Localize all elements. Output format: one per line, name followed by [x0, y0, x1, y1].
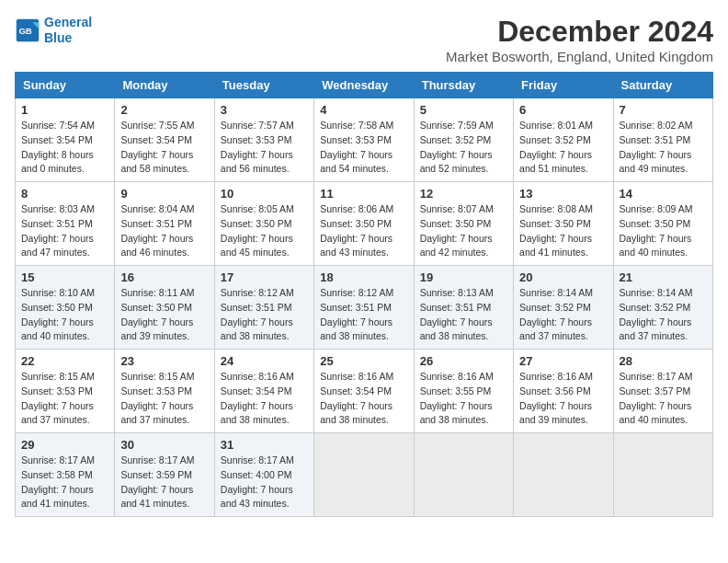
calendar-cell: 1Sunrise: 7:54 AMSunset: 3:54 PMDaylight…	[16, 98, 115, 182]
calendar-cell: 18Sunrise: 8:12 AMSunset: 3:51 PMDayligh…	[314, 266, 414, 350]
day-number: 13	[519, 187, 607, 201]
calendar-cell: 9Sunrise: 8:04 AMSunset: 3:51 PMDaylight…	[115, 182, 214, 266]
title-block: December 2024 Market Bosworth, England, …	[446, 15, 713, 64]
weekday-header-sunday: Sunday	[16, 73, 115, 98]
calendar-cell	[514, 433, 613, 517]
logo-icon: GB	[15, 17, 40, 43]
day-number: 11	[320, 187, 407, 201]
svg-text:GB: GB	[18, 25, 31, 35]
day-number: 29	[21, 438, 108, 452]
calendar-cell: 29Sunrise: 8:17 AMSunset: 3:58 PMDayligh…	[16, 433, 115, 517]
logo-text-line2: Blue	[44, 30, 92, 46]
weekday-header-friday: Friday	[514, 73, 613, 98]
day-info: Sunrise: 8:16 AMSunset: 3:54 PMDaylight:…	[221, 370, 308, 428]
calendar-cell: 15Sunrise: 8:10 AMSunset: 3:50 PMDayligh…	[16, 266, 115, 350]
day-info: Sunrise: 7:54 AMSunset: 3:54 PMDaylight:…	[21, 119, 108, 177]
day-info: Sunrise: 8:01 AMSunset: 3:52 PMDaylight:…	[519, 119, 607, 177]
calendar-week-row: 22Sunrise: 8:15 AMSunset: 3:53 PMDayligh…	[16, 350, 713, 433]
calendar-cell: 14Sunrise: 8:09 AMSunset: 3:50 PMDayligh…	[613, 182, 712, 266]
day-info: Sunrise: 7:58 AMSunset: 3:53 PMDaylight:…	[320, 119, 407, 177]
calendar-cell: 26Sunrise: 8:16 AMSunset: 3:55 PMDayligh…	[414, 350, 513, 433]
day-number: 19	[420, 270, 507, 284]
day-info: Sunrise: 8:17 AMSunset: 3:59 PMDaylight:…	[120, 454, 208, 511]
weekday-header-monday: Monday	[115, 73, 214, 98]
day-number: 12	[420, 187, 507, 201]
calendar-cell: 7Sunrise: 8:02 AMSunset: 3:51 PMDaylight…	[613, 98, 712, 182]
day-info: Sunrise: 8:15 AMSunset: 3:53 PMDaylight:…	[120, 370, 208, 428]
calendar-cell: 2Sunrise: 7:55 AMSunset: 3:54 PMDaylight…	[115, 98, 214, 182]
day-info: Sunrise: 8:17 AMSunset: 3:57 PMDaylight:…	[620, 370, 707, 428]
day-info: Sunrise: 7:57 AMSunset: 3:53 PMDaylight:…	[221, 119, 308, 177]
day-info: Sunrise: 8:10 AMSunset: 3:50 PMDaylight:…	[21, 286, 108, 344]
calendar-week-row: 15Sunrise: 8:10 AMSunset: 3:50 PMDayligh…	[16, 266, 713, 350]
day-info: Sunrise: 8:13 AMSunset: 3:51 PMDaylight:…	[420, 286, 507, 344]
day-info: Sunrise: 8:14 AMSunset: 3:52 PMDaylight:…	[519, 286, 607, 344]
calendar-cell: 20Sunrise: 8:14 AMSunset: 3:52 PMDayligh…	[514, 266, 613, 350]
day-info: Sunrise: 8:06 AMSunset: 3:50 PMDaylight:…	[320, 202, 407, 260]
calendar-cell: 28Sunrise: 8:17 AMSunset: 3:57 PMDayligh…	[613, 350, 712, 433]
calendar-cell: 19Sunrise: 8:13 AMSunset: 3:51 PMDayligh…	[414, 266, 513, 350]
day-info: Sunrise: 8:16 AMSunset: 3:56 PMDaylight:…	[519, 370, 607, 428]
weekday-header-thursday: Thursday	[414, 73, 513, 98]
day-number: 28	[620, 354, 707, 368]
day-number: 24	[221, 354, 308, 368]
calendar-cell: 8Sunrise: 8:03 AMSunset: 3:51 PMDaylight…	[16, 182, 115, 266]
calendar-cell: 13Sunrise: 8:08 AMSunset: 3:50 PMDayligh…	[514, 182, 613, 266]
day-info: Sunrise: 8:04 AMSunset: 3:51 PMDaylight:…	[120, 202, 208, 260]
day-info: Sunrise: 8:08 AMSunset: 3:50 PMDaylight:…	[519, 202, 607, 260]
day-info: Sunrise: 8:16 AMSunset: 3:54 PMDaylight:…	[320, 370, 407, 428]
day-number: 9	[120, 187, 208, 201]
day-number: 5	[420, 103, 507, 117]
calendar-cell: 22Sunrise: 8:15 AMSunset: 3:53 PMDayligh…	[16, 350, 115, 433]
day-number: 21	[620, 270, 707, 284]
calendar-cell: 17Sunrise: 8:12 AMSunset: 3:51 PMDayligh…	[214, 266, 313, 350]
day-info: Sunrise: 8:17 AMSunset: 3:58 PMDaylight:…	[21, 454, 108, 511]
day-number: 14	[620, 187, 707, 201]
page-header: GB General Blue December 2024 Market Bos…	[15, 15, 713, 64]
calendar-cell: 23Sunrise: 8:15 AMSunset: 3:53 PMDayligh…	[115, 350, 214, 433]
calendar-cell: 30Sunrise: 8:17 AMSunset: 3:59 PMDayligh…	[115, 433, 214, 517]
day-number: 7	[620, 103, 707, 117]
day-info: Sunrise: 8:09 AMSunset: 3:50 PMDaylight:…	[620, 202, 707, 260]
calendar-cell: 31Sunrise: 8:17 AMSunset: 4:00 PMDayligh…	[214, 433, 313, 517]
day-number: 3	[221, 103, 308, 117]
month-title: December 2024	[446, 15, 713, 49]
day-info: Sunrise: 8:03 AMSunset: 3:51 PMDaylight:…	[21, 202, 108, 260]
day-number: 26	[420, 354, 507, 368]
day-number: 10	[221, 187, 308, 201]
day-info: Sunrise: 8:15 AMSunset: 3:53 PMDaylight:…	[21, 370, 108, 428]
calendar-cell: 4Sunrise: 7:58 AMSunset: 3:53 PMDaylight…	[314, 98, 414, 182]
day-number: 4	[320, 103, 407, 117]
day-info: Sunrise: 7:59 AMSunset: 3:52 PMDaylight:…	[420, 119, 507, 177]
calendar-cell	[414, 433, 513, 517]
day-number: 23	[120, 354, 208, 368]
calendar-cell	[314, 433, 414, 517]
day-number: 18	[320, 270, 407, 284]
day-info: Sunrise: 7:55 AMSunset: 3:54 PMDaylight:…	[120, 119, 208, 177]
calendar-cell: 3Sunrise: 7:57 AMSunset: 3:53 PMDaylight…	[214, 98, 313, 182]
calendar-cell: 25Sunrise: 8:16 AMSunset: 3:54 PMDayligh…	[314, 350, 414, 433]
day-info: Sunrise: 8:07 AMSunset: 3:50 PMDaylight:…	[420, 202, 507, 260]
calendar-cell: 11Sunrise: 8:06 AMSunset: 3:50 PMDayligh…	[314, 182, 414, 266]
calendar-cell: 10Sunrise: 8:05 AMSunset: 3:50 PMDayligh…	[214, 182, 313, 266]
calendar-header-row: SundayMondayTuesdayWednesdayThursdayFrid…	[16, 73, 713, 98]
weekday-header-tuesday: Tuesday	[214, 73, 313, 98]
weekday-header-saturday: Saturday	[613, 73, 712, 98]
day-number: 27	[519, 354, 607, 368]
day-number: 31	[221, 438, 308, 452]
day-info: Sunrise: 8:17 AMSunset: 4:00 PMDaylight:…	[221, 454, 308, 511]
day-number: 6	[519, 103, 607, 117]
day-number: 1	[21, 103, 108, 117]
calendar-cell: 24Sunrise: 8:16 AMSunset: 3:54 PMDayligh…	[214, 350, 313, 433]
weekday-header-wednesday: Wednesday	[314, 73, 414, 98]
day-number: 17	[221, 270, 308, 284]
calendar-cell: 12Sunrise: 8:07 AMSunset: 3:50 PMDayligh…	[414, 182, 513, 266]
calendar-table: SundayMondayTuesdayWednesdayThursdayFrid…	[15, 72, 713, 517]
day-info: Sunrise: 8:16 AMSunset: 3:55 PMDaylight:…	[420, 370, 507, 428]
day-number: 15	[21, 270, 108, 284]
day-number: 22	[21, 354, 108, 368]
calendar-cell: 21Sunrise: 8:14 AMSunset: 3:52 PMDayligh…	[613, 266, 712, 350]
calendar-cell: 27Sunrise: 8:16 AMSunset: 3:56 PMDayligh…	[514, 350, 613, 433]
location: Market Bosworth, England, United Kingdom	[446, 49, 713, 64]
calendar-cell: 5Sunrise: 7:59 AMSunset: 3:52 PMDaylight…	[414, 98, 513, 182]
